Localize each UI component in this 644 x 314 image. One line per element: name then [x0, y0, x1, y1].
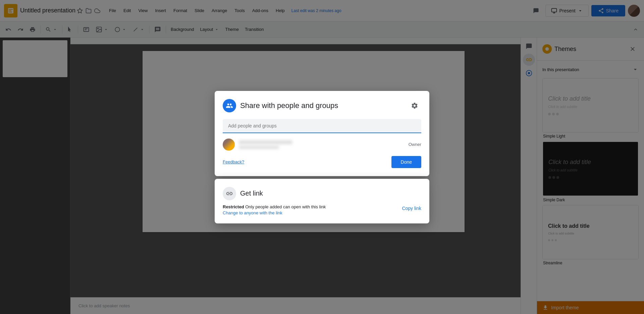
add-people-input[interactable]	[228, 123, 416, 128]
overlay[interactable]: Share with people and groups Owner Feedb…	[0, 0, 644, 314]
link-body: Restricted Only people added can open wi…	[223, 204, 421, 215]
link-title: Get link	[240, 190, 263, 197]
change-link-button[interactable]: Change to anyone with the link	[223, 210, 282, 215]
link-restricted-text: Restricted Only people added can open wi…	[223, 204, 402, 209]
dialog-header: Share with people and groups	[223, 99, 421, 112]
dialog-footer: Feedback? Done	[223, 156, 421, 168]
link-icon-circle	[223, 187, 236, 200]
owner-info	[239, 140, 409, 149]
restricted-label: Restricted	[223, 204, 244, 209]
settings-button[interactable]	[408, 99, 421, 112]
owner-name-blur	[239, 140, 292, 144]
link-header: Get link	[223, 187, 421, 200]
copy-link-button[interactable]: Copy link	[402, 204, 421, 212]
feedback-link[interactable]: Feedback?	[223, 159, 244, 164]
owner-row: Owner	[223, 139, 421, 151]
share-dialog: Share with people and groups Owner Feedb…	[215, 91, 429, 176]
add-people-input-wrap	[223, 119, 421, 133]
restricted-desc: Only people added can open with this lin…	[244, 204, 326, 209]
owner-email-blur	[239, 146, 279, 149]
dialog-title: Share with people and groups	[240, 101, 408, 110]
share-icon-circle	[223, 99, 236, 112]
get-link-dialog: Get link Restricted Only people added ca…	[215, 179, 429, 223]
owner-avatar	[223, 139, 235, 151]
link-description: Restricted Only people added can open wi…	[223, 204, 402, 215]
done-button[interactable]: Done	[391, 156, 421, 168]
owner-role: Owner	[409, 142, 421, 147]
